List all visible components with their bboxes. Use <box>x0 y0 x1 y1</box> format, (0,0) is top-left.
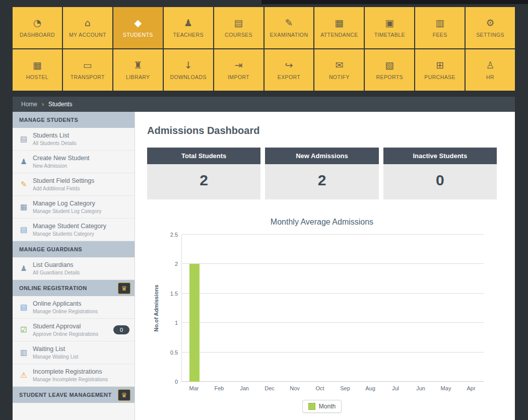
item-text: Online ApplicantsManage Online Registrat… <box>33 300 98 314</box>
nav-tile-label: EXPORT <box>278 74 300 80</box>
sidebar-item-student-approval[interactable]: ☑Student ApprovalApprove Online Registra… <box>13 319 135 341</box>
section-title: MANAGE GUARDIANS <box>19 246 82 252</box>
exam-edit-icon: ✎ <box>285 18 293 28</box>
nav-tile-settings[interactable]: ⚙SETTINGS <box>466 7 515 48</box>
nav-tile-label: DOWNLOADS <box>170 74 206 80</box>
breadcrumb: Home › Students <box>13 97 515 112</box>
section-title: MANAGE STUDENTS <box>19 117 78 123</box>
nav-tile-purchase[interactable]: ⊞PURCHASE <box>415 49 465 91</box>
bar-column-aug <box>358 235 383 382</box>
sidebar: MANAGE STUDENTS▤Students ListAll Student… <box>13 112 135 420</box>
pencil-icon: ✎ <box>19 181 28 188</box>
sidebar-item-manage-log-category[interactable]: ▦Manage Log CategoryManage Student Log C… <box>13 196 135 219</box>
sidebar-item-student-field-settings[interactable]: ✎Student Field SettingsAdd Additional Fi… <box>13 173 135 196</box>
sidebar-item-list-guardians[interactable]: ♟List GuardiansAll Guardians Details <box>13 257 135 280</box>
x-label-dec: Dec <box>257 385 282 391</box>
reports-icon: ▧ <box>385 60 394 70</box>
sidebar-item-manage-student-category[interactable]: ▤Manage Student CategoryManage Students … <box>13 219 135 241</box>
waiting-list-icon: ▥ <box>19 349 28 357</box>
item-subtitle: New Admission <box>33 163 90 169</box>
chart-legend: Month <box>302 400 342 413</box>
nav-tile-hr[interactable]: ♙HR <box>466 49 515 91</box>
x-label-jun: Jun <box>408 385 433 391</box>
nav-tile-export[interactable]: ↪EXPORT <box>265 49 314 91</box>
folder-icon: ▤ <box>234 18 243 28</box>
item-text: Manage Log CategoryManage Student Log Ca… <box>33 200 101 214</box>
nav-tile-teachers[interactable]: ♟TEACHERS <box>164 7 213 48</box>
chart-title: Monthly Average Admissions <box>147 218 497 227</box>
premium-badge: ♛ <box>118 283 130 294</box>
nav-tile-my-account[interactable]: ⌂MY ACCOUNT <box>63 7 112 48</box>
guardians-people-icon: ♟ <box>19 265 28 272</box>
attendance-calendar-icon: ▦ <box>335 18 344 28</box>
nav-tile-label: NOTIFY <box>329 74 350 80</box>
sidebar-item-waiting-list[interactable]: ▥Waiting ListManage Waiting List <box>13 341 135 364</box>
nav-tile-label: LIBRARY <box>126 74 150 80</box>
item-subtitle: Manage Students Category <box>33 231 106 237</box>
legend-row: Month <box>147 400 497 413</box>
timetable-calendar-icon: ▣ <box>385 18 394 28</box>
bar-mar <box>189 264 200 382</box>
bar-column-nov <box>283 235 308 382</box>
item-title: Student Approval <box>33 323 98 330</box>
nav-tile-students[interactable]: ◆STUDENTS <box>113 7 163 48</box>
nav-tile-library[interactable]: ♜LIBRARY <box>113 49 163 91</box>
item-title: Manage Log Category <box>33 200 101 207</box>
nav-tile-courses[interactable]: ▤COURSES <box>214 7 263 48</box>
legend-label: Month <box>319 403 336 410</box>
stat-card-header: Inactive Students <box>383 148 497 164</box>
nav-tile-label: MY ACCOUNT <box>69 32 106 38</box>
nav-tile-reports[interactable]: ▧REPORTS <box>365 49 414 91</box>
fees-money-icon: ▥ <box>435 18 444 28</box>
nav-tile-downloads[interactable]: ↓DOWNLOADS <box>164 49 213 91</box>
stat-card-total-students: Total Students2 <box>147 148 260 199</box>
item-subtitle: All Guardians Details <box>33 270 80 275</box>
nav-tile-fees[interactable]: ▥FEES <box>415 7 465 48</box>
item-text: Incomplete RegistrationsManage Incomplet… <box>33 368 108 382</box>
sidebar-item-online-applicants[interactable]: ▤Online ApplicantsManage Online Registra… <box>13 296 135 319</box>
item-title: List Guardians <box>33 261 80 268</box>
x-label-aug: Aug <box>358 385 383 391</box>
x-label-may: May <box>433 385 458 391</box>
sidebar-section-manage-students: MANAGE STUDENTS <box>13 112 135 128</box>
admissions-chart: Monthly Average Admissions No.of Admissi… <box>147 218 497 413</box>
stats-row: Total Students2New Admissions2Inactive S… <box>147 148 497 199</box>
nav-tile-transport[interactable]: ▭TRANSPORT <box>63 49 112 91</box>
person-icon: ♙ <box>486 60 495 70</box>
nav-tile-notify[interactable]: ✉NOTIFY <box>314 49 364 91</box>
x-axis-labels: MarFebJanDecNovOctSepAugJulJunMayApr <box>181 385 484 391</box>
nav-tile-label: SETTINGS <box>476 32 504 38</box>
nav-tile-attendance[interactable]: ▦ATTENDANCE <box>314 7 364 48</box>
student-category-icon: ▤ <box>19 226 28 234</box>
nav-tile-dashboard[interactable]: ◔DASHBOARD <box>13 7 62 48</box>
breadcrumb-home[interactable]: Home <box>21 101 37 108</box>
x-label-mar: Mar <box>181 385 207 391</box>
y-axis-title: No.of Admissions <box>153 285 159 331</box>
dashboard-icon: ◔ <box>33 18 42 28</box>
item-subtitle: Manage Student Log Category <box>33 208 101 214</box>
sidebar-item-create-new-student[interactable]: ♟Create New StudentNew Admission <box>13 151 135 173</box>
item-title: Create New Student <box>33 155 90 162</box>
item-text: Waiting ListManage Waiting List <box>33 345 78 360</box>
app-frame: ◔DASHBOARD⌂MY ACCOUNT◆STUDENTS♟TEACHERS▤… <box>0 0 528 420</box>
x-label-apr: Apr <box>458 385 484 391</box>
chevron-right-icon: › <box>42 101 44 108</box>
gear-icon: ⚙ <box>486 18 495 28</box>
sidebar-item-incomplete-registrations[interactable]: ⚠Incomplete RegistrationsManage Incomple… <box>13 364 135 387</box>
nav-tile-label: IMPORT <box>228 74 249 80</box>
stat-card-inactive-students: Inactive Students0 <box>383 148 497 199</box>
nav-tile-examination[interactable]: ✎EXAMINATION <box>265 7 314 48</box>
notify-chat-icon: ✉ <box>335 60 343 70</box>
item-text: Manage Student CategoryManage Students C… <box>33 223 106 237</box>
nav-tile-import[interactable]: ⇥IMPORT <box>214 49 263 91</box>
item-text: Students ListAll Students Details <box>33 132 77 146</box>
item-title: Online Applicants <box>33 300 98 307</box>
nav-tile-label: STUDENTS <box>123 32 153 38</box>
sidebar-section-student-leave-management: STUDENT LEAVE MANAGEMENT♛ <box>13 387 135 403</box>
y-tick-label: 1.5 <box>170 291 178 297</box>
nav-tile-hostel[interactable]: ▦HOSTEL <box>13 49 62 91</box>
nav-tile-timetable[interactable]: ▣TIMETABLE <box>365 7 414 48</box>
y-axis-title-wrap: No.of Admissions <box>153 235 160 382</box>
breadcrumb-current: Students <box>48 101 72 108</box>
sidebar-item-students-list[interactable]: ▤Students ListAll Students Details <box>13 128 135 151</box>
